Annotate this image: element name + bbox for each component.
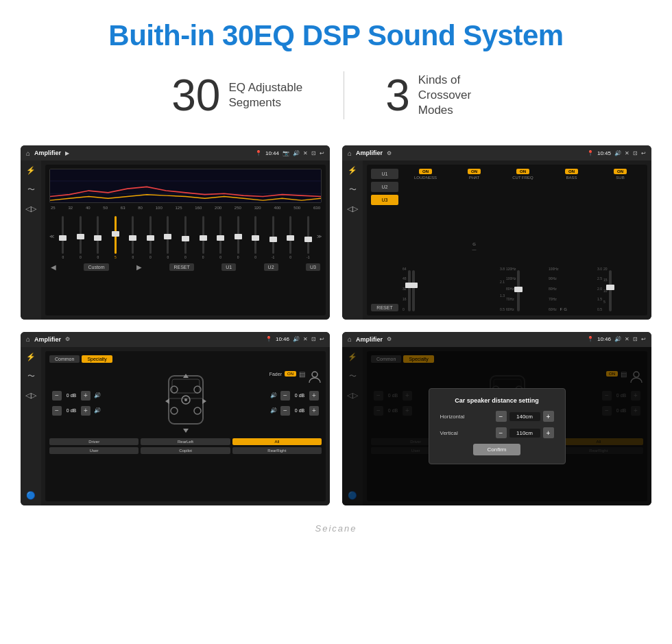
reset-crossover-btn[interactable]: RESET	[371, 304, 398, 311]
vertical-minus-btn[interactable]: −	[496, 427, 507, 438]
volume-sidebar-icon-2[interactable]: ◁▷	[347, 204, 358, 213]
eq-back-btn[interactable]: ◀	[51, 263, 56, 271]
rear-right-plus[interactable]: +	[309, 406, 319, 416]
back-icon-2[interactable]: ↩	[641, 150, 646, 156]
u1-btn[interactable]: U1	[221, 263, 236, 271]
loudness-fader-1[interactable]	[408, 270, 411, 311]
fader-on-badge[interactable]: ON	[285, 371, 296, 377]
dialog-overlay: Car speaker distance setting Horizontal …	[342, 347, 651, 506]
front-right-value: 0 dB	[292, 393, 307, 398]
confirm-button[interactable]: Confirm	[473, 444, 520, 455]
u3-btn[interactable]: U3	[306, 263, 320, 271]
home-icon-3[interactable]: ⌂	[26, 335, 30, 343]
rearright-btn[interactable]: RearRight	[232, 447, 322, 454]
front-right-minus[interactable]: −	[280, 391, 290, 401]
loudness-on[interactable]: ON	[419, 169, 432, 174]
eq-forward-btn[interactable]: ▶	[136, 263, 142, 271]
eq-panel: 25 32 40 50 63 80 100 125 160 200 250 32…	[45, 165, 326, 315]
front-left-plus[interactable]: +	[81, 391, 91, 401]
fader-10[interactable]: 0	[229, 216, 247, 259]
screen2-topbar-left: ⌂ Amplifier ⚙	[348, 150, 392, 157]
horizontal-minus-btn[interactable]: −	[496, 411, 507, 422]
loudness-label: LOUDNESS	[414, 176, 437, 180]
fader-7[interactable]: 0	[177, 216, 195, 259]
rear-right-minus[interactable]: −	[280, 406, 290, 416]
close-icon-2[interactable]: ✕	[625, 150, 629, 156]
back-icon-4[interactable]: ↩	[641, 336, 646, 342]
home-icon[interactable]: ⌂	[26, 150, 30, 157]
fader-4[interactable]: 0	[124, 216, 142, 259]
back-icon[interactable]: ↩	[320, 150, 324, 156]
close-icon-4[interactable]: ✕	[625, 336, 629, 342]
fader-9[interactable]: 0	[212, 216, 230, 259]
front-right-plus[interactable]: +	[309, 391, 319, 401]
common-tab[interactable]: Common	[49, 355, 80, 363]
driver-btn[interactable]: Driver	[49, 438, 139, 445]
back-icon-3[interactable]: ↩	[320, 336, 324, 342]
bass-faders: 100Hz 90Hz 80Hz 70Hz 60Hz F G	[549, 182, 595, 311]
bass-on[interactable]: ON	[565, 169, 578, 174]
volume-sidebar-icon[interactable]: ◁▷	[25, 204, 36, 213]
wave-sidebar-icon[interactable]: 〜	[27, 184, 35, 195]
fader-label: Fader	[269, 372, 282, 377]
user-btn[interactable]: User	[49, 447, 139, 454]
close-icon-3[interactable]: ✕	[303, 336, 308, 342]
cutfreq-fader[interactable]	[517, 270, 520, 311]
screen-crossover: ⌂ Amplifier ⚙ 📍 10:45 🔊 ✕ ⊡ ↩ ⚡ 〜 ◁▷	[342, 145, 651, 320]
front-left-speaker-icon: 🔊	[94, 392, 101, 398]
page-header: Buith-in 30EQ DSP Sound System	[0, 0, 672, 64]
sub-fader[interactable]	[609, 270, 612, 311]
vertical-control: − 110cm +	[496, 427, 554, 438]
bt-sidebar-icon-3[interactable]: 🔵	[26, 491, 36, 500]
volume-icon: 🔊	[293, 150, 300, 156]
rear-left-minus[interactable]: −	[52, 406, 62, 416]
fader-3[interactable]: 5	[107, 216, 125, 259]
home-icon-2[interactable]: ⌂	[348, 150, 352, 157]
volume-sidebar-icon-3[interactable]: ◁▷	[25, 391, 36, 400]
fader-5[interactable]: 0	[142, 216, 160, 259]
u2-crossover-btn[interactable]: U2	[371, 182, 398, 192]
u3-crossover-btn[interactable]: U3	[371, 195, 398, 205]
copilot-btn[interactable]: Copilot	[141, 447, 230, 454]
eq-sidebar-icon-2[interactable]: ⚡	[348, 166, 357, 175]
all-btn[interactable]: All	[232, 438, 322, 445]
wave-sidebar-icon-3[interactable]: 〜	[27, 371, 35, 381]
fader-adjust-icon[interactable]: ▤	[299, 370, 305, 378]
loudness-fader-2[interactable]	[412, 270, 415, 311]
settings-icon-4: ⚙	[387, 336, 392, 342]
rearleft-btn[interactable]: RearLeft	[141, 438, 230, 445]
vertical-plus-btn[interactable]: +	[543, 427, 554, 438]
eq-graph	[49, 169, 322, 203]
close-icon[interactable]: ✕	[303, 150, 308, 156]
screen-eq: ⌂ Amplifier ▶ 📍 10:44 📷 🔊 ✕ ⊡ ↩ ⚡ 〜 ◁▷	[21, 145, 330, 320]
fader-12[interactable]: -1	[264, 216, 282, 259]
front-left-minus[interactable]: −	[52, 391, 62, 401]
rear-right-speaker-icon: 🔊	[270, 407, 277, 414]
u1-crossover-btn[interactable]: U1	[371, 169, 398, 179]
crossover-channels: ON LOUDNESS 64 48 32 16 0	[403, 169, 643, 311]
horizontal-plus-btn[interactable]: +	[543, 411, 554, 422]
fader-11[interactable]: 0	[247, 216, 265, 259]
reset-btn[interactable]: RESET	[169, 263, 193, 271]
screen1-sidebar: ⚡ 〜 ◁▷	[21, 160, 41, 320]
front-right-db: 🔊 − 0 dB +	[270, 391, 319, 401]
phat-on[interactable]: ON	[468, 169, 481, 174]
fader-2[interactable]: 0	[89, 216, 107, 259]
wave-sidebar-icon-2[interactable]: 〜	[349, 184, 357, 195]
channel-loudness: ON LOUDNESS 64 48 32 16 0	[403, 169, 448, 311]
specialty-tab[interactable]: Specialty	[82, 355, 112, 363]
fader-14[interactable]: -1	[299, 216, 317, 259]
fader-1[interactable]: 0	[72, 216, 90, 259]
eq-sidebar-icon[interactable]: ⚡	[26, 166, 36, 175]
home-icon-4[interactable]: ⌂	[348, 335, 352, 343]
cutfreq-on[interactable]: ON	[516, 169, 529, 174]
fader-13[interactable]: 0	[282, 216, 300, 259]
u2-btn[interactable]: U2	[264, 263, 278, 271]
custom-preset-btn[interactable]: Custom	[84, 263, 108, 271]
sub-on[interactable]: ON	[614, 169, 627, 174]
rear-left-plus[interactable]: +	[81, 406, 91, 416]
fader-0[interactable]: 0	[54, 216, 72, 259]
fader-6[interactable]: 0	[159, 216, 177, 259]
eq-sidebar-icon-3[interactable]: ⚡	[26, 353, 36, 361]
fader-8[interactable]: 0	[194, 216, 212, 259]
